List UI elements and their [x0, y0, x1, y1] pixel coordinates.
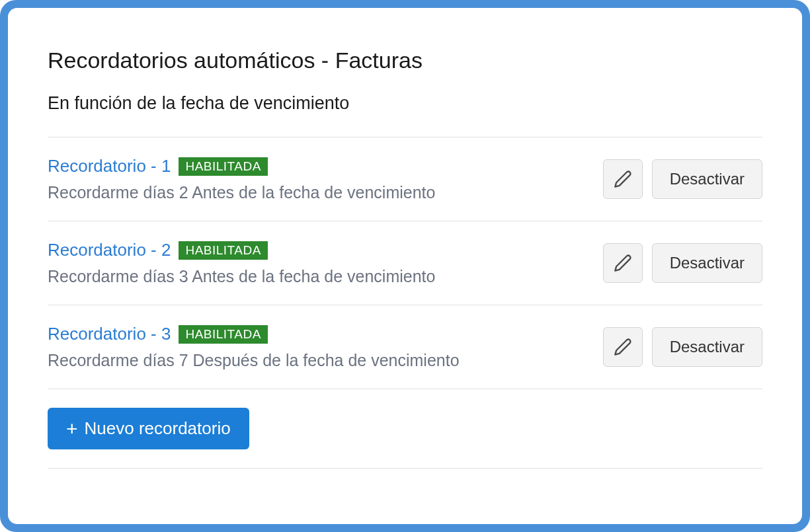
edit-button[interactable] [603, 327, 643, 367]
reminder-row: Recordatorio - 3 HABILITADA Recordarme d… [48, 305, 762, 389]
status-badge: HABILITADA [179, 157, 267, 176]
reminder-link[interactable]: Recordatorio - 2 [48, 240, 171, 260]
app-frame: Recordatorios automáticos - Facturas En … [0, 0, 810, 532]
reminder-header: Recordatorio - 2 HABILITADA [48, 240, 435, 260]
reminder-header: Recordatorio - 1 HABILITADA [48, 156, 435, 176]
content-card: Recordatorios automáticos - Facturas En … [8, 8, 802, 524]
plus-icon: + [66, 419, 78, 439]
deactivate-button[interactable]: Desactivar [652, 327, 762, 367]
page-title: Recordatorios automáticos - Facturas [48, 48, 762, 73]
reminder-info: Recordatorio - 3 HABILITADA Recordarme d… [48, 324, 460, 370]
reminder-header: Recordatorio - 3 HABILITADA [48, 324, 460, 344]
pencil-icon [614, 254, 632, 272]
reminder-link[interactable]: Recordatorio - 1 [48, 156, 171, 176]
divider [48, 468, 762, 469]
status-badge: HABILITADA [179, 325, 267, 344]
edit-button[interactable] [603, 243, 643, 283]
pencil-icon [614, 170, 632, 188]
deactivate-button[interactable]: Desactivar [652, 243, 762, 283]
pencil-icon [614, 338, 632, 356]
reminder-description: Recordarme días 7 Después de la fecha de… [48, 351, 460, 370]
reminder-actions: Desactivar [603, 327, 762, 367]
edit-button[interactable] [603, 159, 643, 199]
reminder-actions: Desactivar [603, 243, 762, 283]
deactivate-button[interactable]: Desactivar [652, 159, 762, 199]
page-subtitle: En función de la fecha de vencimiento [48, 93, 762, 114]
add-reminder-button[interactable]: + Nuevo recordatorio [48, 408, 249, 449]
status-badge: HABILITADA [179, 241, 267, 260]
reminder-link[interactable]: Recordatorio - 3 [48, 324, 171, 344]
reminder-row: Recordatorio - 1 HABILITADA Recordarme d… [48, 137, 762, 221]
reminder-description: Recordarme días 3 Antes de la fecha de v… [48, 267, 435, 286]
reminder-actions: Desactivar [603, 159, 762, 199]
reminder-info: Recordatorio - 2 HABILITADA Recordarme d… [48, 240, 435, 286]
reminder-info: Recordatorio - 1 HABILITADA Recordarme d… [48, 156, 435, 202]
add-reminder-label: Nuevo recordatorio [85, 418, 231, 439]
reminder-row: Recordatorio - 2 HABILITADA Recordarme d… [48, 221, 762, 305]
reminder-description: Recordarme días 2 Antes de la fecha de v… [48, 183, 435, 202]
